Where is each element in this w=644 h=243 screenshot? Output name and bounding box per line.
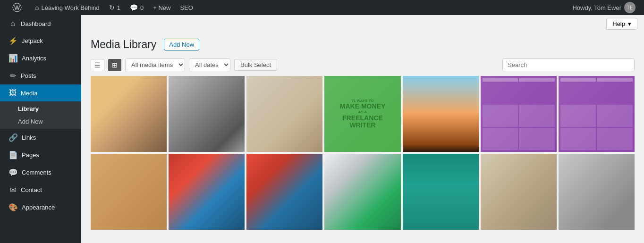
help-bar: Help ▾	[81, 15, 644, 33]
sidebar-item-analytics[interactable]: 📊 Analytics	[0, 50, 81, 67]
main-content: Help ▾ Media Library Add New ☰ ⊞ All med…	[81, 15, 644, 243]
help-label: Help	[612, 20, 625, 27]
comments-count: 0	[140, 4, 144, 11]
user-greeting-text: Howdy, Tom Ewer	[572, 4, 621, 11]
list-view-button[interactable]: ☰	[91, 59, 104, 71]
date-filter[interactable]: All dates	[189, 59, 230, 71]
media-type-filter[interactable]: All media items	[125, 59, 185, 71]
sidebar-item-label: Jetpack	[22, 37, 43, 44]
bulk-select-button[interactable]: Bulk Select	[234, 59, 277, 71]
media-item[interactable]	[246, 154, 322, 230]
jetpack-icon: ⚡	[8, 36, 18, 45]
sidebar-item-pages[interactable]: 📄 Pages	[0, 146, 81, 164]
sidebar-item-posts[interactable]: ✏ Posts	[0, 67, 81, 84]
add-new-button[interactable]: Add New	[164, 39, 199, 50]
media-grid: 71 WAYS TO MAKE MONEY AS A FREELANCE WRI…	[81, 76, 644, 239]
sidebar-item-label: Posts	[21, 72, 36, 79]
media-submenu: Library Add New	[0, 101, 81, 129]
links-icon: 🔗	[8, 133, 18, 142]
media-item[interactable]: 71 WAYS TO MAKE MONEY AS A FREELANCE WRI…	[324, 76, 400, 152]
submenu-add-new[interactable]: Add New	[0, 115, 81, 128]
media-item[interactable]	[169, 154, 245, 230]
appearance-icon: 🎨	[8, 203, 18, 212]
sidebar-item-label: Media	[21, 90, 37, 97]
sidebar-item-dashboard[interactable]: ⌂ Dashboard	[0, 15, 81, 32]
search-input[interactable]	[502, 59, 635, 71]
sidebar-item-label: Contact	[21, 186, 42, 193]
sidebar-item-appearance[interactable]: 🎨 Appearance	[0, 199, 81, 216]
home-icon: ⌂	[35, 4, 39, 11]
media-item[interactable]	[481, 76, 557, 152]
pages-icon: 📄	[8, 151, 18, 159]
new-content-btn[interactable]: + New	[148, 0, 175, 15]
sidebar-item-comments[interactable]: 💬 Comments	[0, 164, 81, 181]
updates-icon: ↻	[109, 4, 115, 11]
site-name-label: Leaving Work Behind	[41, 4, 99, 11]
sidebar-item-label: Comments	[22, 169, 51, 176]
analytics-icon: 📊	[8, 54, 18, 63]
seo-btn[interactable]: SEO	[176, 0, 198, 15]
comments-nav-icon: 💬	[8, 168, 18, 177]
list-view-icon: ☰	[94, 61, 101, 69]
grid-view-button[interactable]: ⊞	[108, 59, 121, 71]
wp-logo-btn[interactable]: ⓦ	[4, 0, 30, 15]
admin-bar: ⓦ ⌂ Leaving Work Behind ↻ 1 💬 0 + New SE…	[0, 0, 644, 15]
user-greeting[interactable]: Howdy, Tom Ewer TE	[568, 2, 640, 13]
media-item[interactable]	[91, 154, 167, 230]
media-item[interactable]	[559, 76, 635, 152]
media-item[interactable]	[246, 76, 322, 152]
media-item[interactable]	[403, 154, 479, 230]
avatar: TE	[624, 2, 636, 13]
page-title: Media Library	[91, 38, 156, 51]
page-header: Media Library Add New	[81, 33, 644, 56]
grid-view-icon: ⊞	[112, 61, 118, 69]
updates-btn[interactable]: ↻ 1	[104, 0, 125, 15]
sidebar-item-jetpack[interactable]: ⚡ Jetpack	[0, 32, 81, 50]
sidebar-item-label: Analytics	[22, 55, 46, 62]
comments-icon: 💬	[130, 4, 138, 11]
media-item[interactable]	[91, 76, 167, 152]
posts-icon: ✏	[8, 71, 17, 80]
new-label: + New	[153, 4, 170, 11]
site-name-btn[interactable]: ⌂ Leaving Work Behind	[30, 0, 104, 15]
sidebar-item-contact[interactable]: ✉ Contact	[0, 181, 81, 199]
sidebar-item-label: Dashboard	[21, 20, 51, 27]
sidebar-item-label: Pages	[22, 151, 39, 159]
submenu-library[interactable]: Library	[0, 102, 81, 115]
seo-label: SEO	[180, 4, 193, 11]
media-item[interactable]	[324, 154, 400, 230]
media-toolbar: ☰ ⊞ All media items All dates Bulk Selec…	[81, 56, 644, 76]
media-item[interactable]	[403, 76, 479, 152]
contact-icon: ✉	[8, 185, 17, 194]
sidebar-item-label: Appearance	[22, 204, 55, 211]
help-chevron-icon: ▾	[628, 20, 631, 27]
sidebar-item-media[interactable]: 🖼 Media	[0, 84, 81, 101]
comments-btn[interactable]: 💬 0	[125, 0, 148, 15]
sidebar-item-links[interactable]: 🔗 Links	[0, 129, 81, 146]
sidebar-item-label: Links	[22, 134, 36, 141]
media-item[interactable]	[559, 154, 635, 230]
help-button[interactable]: Help ▾	[606, 18, 637, 30]
updates-count: 1	[117, 4, 120, 11]
media-item[interactable]	[169, 76, 245, 152]
media-item[interactable]	[481, 154, 557, 230]
dashboard-icon: ⌂	[8, 19, 17, 28]
sidebar: ⌂ Dashboard ⚡ Jetpack 📊 Analytics ✏ Post…	[0, 15, 81, 243]
media-icon: 🖼	[8, 89, 17, 97]
freelance-text: 71 WAYS TO MAKE MONEY AS A FREELANCE WRI…	[338, 97, 387, 131]
wp-icon: ⓦ	[8, 1, 25, 14]
